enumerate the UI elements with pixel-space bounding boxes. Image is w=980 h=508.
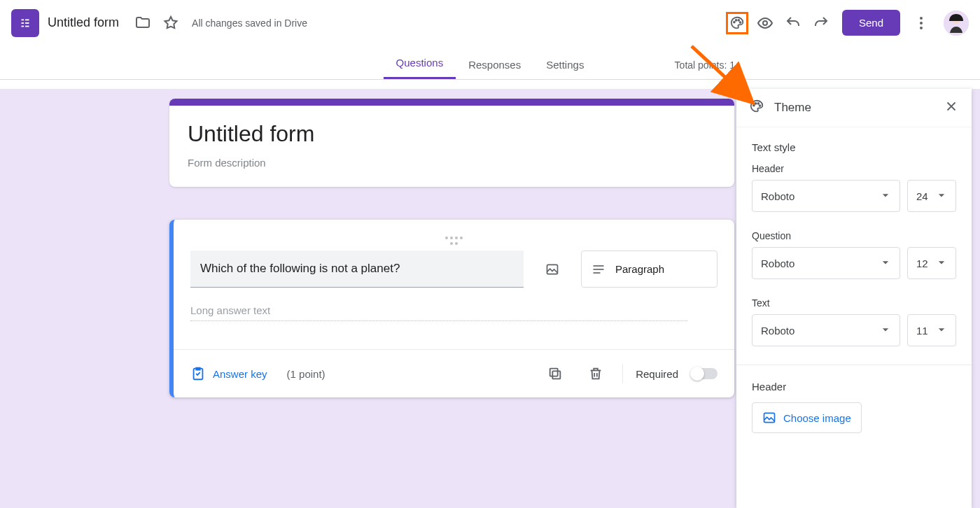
question-type-label: Paragraph	[615, 263, 664, 275]
text-font-label: Text	[752, 297, 956, 309]
tabs-row: Questions Responses Settings Total point…	[0, 46, 980, 80]
preview-icon[interactable]	[754, 12, 776, 34]
svg-point-26	[760, 105, 761, 106]
points-label: (1 point)	[287, 368, 326, 380]
palette-icon	[749, 99, 764, 117]
svg-point-6	[734, 21, 735, 22]
svg-point-10	[763, 21, 767, 25]
tab-questions[interactable]: Questions	[384, 57, 456, 79]
svg-point-23	[753, 105, 755, 106]
chevron-down-icon	[934, 323, 948, 339]
form-description-input[interactable]: Form description	[188, 157, 716, 169]
svg-rect-19	[594, 272, 601, 274]
close-icon[interactable]	[944, 99, 959, 117]
save-status: All changes saved in Drive	[192, 17, 307, 29]
svg-point-12	[920, 22, 923, 24]
required-label: Required	[636, 368, 678, 380]
text-font-select[interactable]: Roboto	[752, 314, 900, 346]
header-font-value: Roboto	[761, 190, 794, 202]
svg-point-9	[740, 22, 741, 23]
form-title-input[interactable]: Untitled form	[188, 121, 716, 147]
svg-rect-4	[22, 25, 24, 27]
svg-rect-18	[594, 269, 604, 270]
svg-rect-21	[552, 371, 560, 379]
question-font-value: Roboto	[761, 257, 794, 269]
svg-point-25	[757, 103, 759, 104]
question-font-select[interactable]: Roboto	[752, 247, 900, 279]
header-size-value: 24	[916, 190, 928, 202]
total-points-label: Total points: 1	[675, 59, 735, 71]
svg-point-7	[736, 19, 737, 20]
form-name-input[interactable]: Untitled form	[48, 15, 119, 30]
chevron-down-icon	[878, 255, 892, 271]
question-font-label: Question	[752, 230, 956, 241]
text-font-value: Roboto	[761, 325, 794, 337]
avatar[interactable]	[944, 10, 969, 36]
svg-point-13	[920, 27, 923, 29]
chevron-down-icon	[878, 188, 892, 204]
tab-responses[interactable]: Responses	[456, 59, 533, 79]
svg-rect-22	[550, 369, 558, 376]
question-type-select[interactable]: Paragraph	[581, 251, 718, 288]
tab-settings[interactable]: Settings	[533, 59, 596, 79]
svg-point-24	[755, 103, 757, 104]
long-answer-placeholder: Long answer text	[190, 304, 687, 321]
required-toggle[interactable]	[691, 368, 718, 379]
form-accent-bar	[169, 99, 734, 106]
add-image-icon[interactable]	[536, 251, 568, 288]
more-icon[interactable]	[910, 12, 932, 34]
answer-key-label: Answer key	[213, 368, 267, 380]
svg-point-11	[920, 17, 923, 20]
star-icon[interactable]	[160, 12, 182, 34]
svg-rect-2	[22, 22, 24, 24]
forms-logo[interactable]	[11, 9, 39, 37]
form-header-card[interactable]: Untitled form Form description	[169, 99, 734, 187]
folder-icon[interactable]	[132, 12, 154, 34]
header-font-label: Header	[752, 163, 956, 174]
drag-handle-icon[interactable]	[445, 237, 463, 245]
header-image-section-title: Header	[752, 381, 956, 393]
theme-icon[interactable]	[726, 12, 748, 34]
text-style-section-title: Text style	[752, 141, 956, 153]
theme-panel: Theme Text style Header Roboto 24 Questi…	[736, 89, 972, 508]
svg-rect-17	[594, 265, 604, 267]
svg-rect-5	[25, 25, 29, 27]
theme-panel-title: Theme	[774, 101, 934, 115]
svg-rect-3	[25, 22, 29, 24]
redo-icon[interactable]	[810, 12, 832, 34]
text-size-value: 11	[916, 325, 928, 337]
choose-image-label: Choose image	[783, 412, 851, 424]
duplicate-icon[interactable]	[544, 362, 566, 385]
undo-icon[interactable]	[782, 12, 804, 34]
svg-rect-0	[22, 19, 24, 20]
answer-key-button[interactable]: Answer key	[190, 366, 267, 381]
chevron-down-icon	[934, 255, 948, 271]
chevron-down-icon	[878, 323, 892, 339]
svg-rect-1	[25, 19, 29, 20]
header-size-select[interactable]: 24	[907, 180, 956, 212]
delete-icon[interactable]	[584, 362, 607, 385]
question-size-select[interactable]: 12	[907, 247, 956, 279]
text-size-select[interactable]: 11	[907, 314, 956, 346]
chevron-down-icon	[934, 188, 948, 204]
question-card[interactable]: Which of the following is not a planet? …	[169, 220, 734, 397]
header-font-select[interactable]: Roboto	[752, 180, 900, 212]
question-text-input[interactable]: Which of the following is not a planet?	[190, 251, 524, 288]
app-header: Untitled form All changes saved in Drive…	[0, 0, 980, 46]
question-size-value: 12	[916, 257, 928, 269]
send-button[interactable]: Send	[842, 10, 900, 36]
choose-image-button[interactable]: Choose image	[752, 402, 862, 433]
svg-point-8	[738, 19, 739, 20]
